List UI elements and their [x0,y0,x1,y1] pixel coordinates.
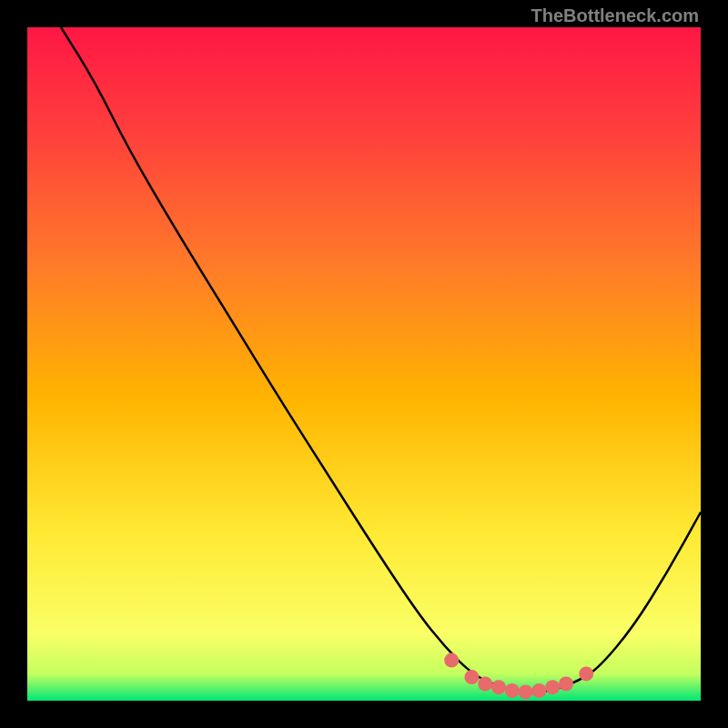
data-marker [579,666,593,681]
plot-area [27,27,701,701]
chart-container: TheBottleneck.com [0,0,728,728]
data-marker [505,683,520,698]
data-marker [559,677,573,692]
attribution-text: TheBottleneck.com [531,5,699,26]
chart-svg [27,27,701,701]
data-marker [491,680,506,694]
data-marker [519,684,533,699]
gradient-background [27,27,701,701]
data-marker [464,670,479,684]
data-marker [478,677,492,692]
data-marker [531,683,546,698]
data-marker [444,653,459,668]
data-marker [545,680,560,694]
